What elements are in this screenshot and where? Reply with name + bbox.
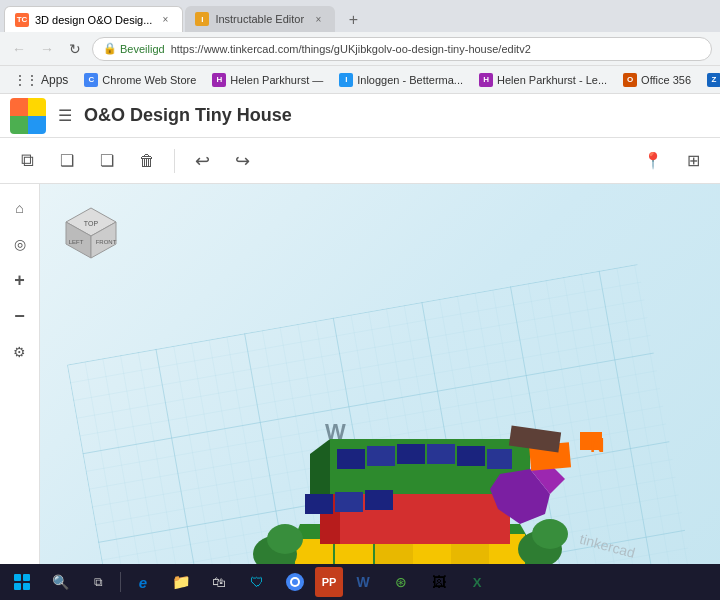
xbox-button[interactable]: ⊛ [383,567,419,597]
panel-2 [367,446,395,466]
panel-5 [457,446,485,466]
bookmark-office[interactable]: O Office 356 [617,71,697,89]
task-view-button[interactable]: ⧉ [80,567,116,597]
panel-m1 [305,494,333,514]
panel-4 [427,444,455,464]
bush-bl2 [267,524,303,554]
browser-window: TC 3D design O&O Desig... × I Instructab… [0,0,720,600]
tab-instructable[interactable]: I Instructable Editor × [185,6,335,32]
bookmark-zermelo[interactable]: Z Zermelo Portal [701,71,720,89]
undo-button[interactable]: ↩ [185,144,219,178]
settings-tool[interactable]: ⚙ [6,338,34,366]
panel-1 [337,449,365,469]
inloggen-favicon: I [339,73,353,87]
windows-start-button[interactable] [4,567,40,597]
toolbar-separator-1 [174,149,175,173]
tab-label-1: 3D design O&O Desig... [35,14,152,26]
word-button[interactable]: W [345,567,381,597]
tinkercad-logo [10,98,46,134]
win-pane-3 [14,583,21,590]
bookmark-inloggen[interactable]: I Inloggen - Betterma... [333,71,469,89]
lock-icon: 🔒 [103,42,117,55]
copy-button[interactable]: ⧉ [10,144,44,178]
panel-3 [397,444,425,464]
home-tool[interactable]: ⌂ [6,194,34,222]
shield-button[interactable]: 🛡 [239,567,275,597]
new-tab-button[interactable]: + [341,8,365,32]
excel-button[interactable]: X [459,567,495,597]
tab-close-1[interactable]: × [158,13,172,27]
files-button[interactable]: 📁 [163,567,199,597]
grid-button[interactable]: ⊞ [676,144,710,178]
address-bar[interactable]: 🔒 Beveiligd https://www.tinkercad.com/th… [92,37,712,61]
panel-m2 [335,492,363,512]
w-letter: W [325,419,346,444]
app-header: ☰ O&O Design Tiny House [0,94,720,138]
left-sidebar: ⌂ ◎ + − ⚙ [0,184,40,600]
helen2-favicon: H [479,73,493,87]
url-text: https://www.tinkercad.com/things/gUKjibk… [171,43,531,55]
helen1-favicon: H [212,73,226,87]
win-pane-2 [23,574,30,581]
cube-navigator[interactable]: TOP LEFT FRONT [56,200,116,260]
bookmarks-bar: ⋮⋮ Apps C Chrome Web Store H Helen Parkh… [0,66,720,94]
refresh-button[interactable]: ↻ [64,38,86,60]
cube-front-label: FRONT [96,239,117,245]
scene-container: W S E N tinkercad [40,184,720,600]
chrome-button[interactable] [277,567,313,597]
secure-badge: 🔒 Beveiligd [103,42,165,55]
hamburger-menu-icon[interactable]: ☰ [58,106,72,125]
target-tool[interactable]: ◎ [6,230,34,258]
grid-area: W S E N tinkercad [40,184,720,600]
paste-button[interactable]: ❏ [90,144,124,178]
nav-bar: ← → ↻ 🔒 Beveiligd https://www.tinkercad.… [0,32,720,66]
cube-left-label: LEFT [69,239,84,245]
location-button[interactable]: 📍 [636,144,670,178]
tab-favicon-2: I [195,12,209,26]
logo-quadrant-2 [28,98,46,116]
logo-quadrant-1 [10,98,28,116]
tab-favicon-1: TC [15,13,29,27]
svg-point-4 [292,579,298,585]
cube-top-label: TOP [84,220,99,227]
bookmark-helen2[interactable]: H Helen Parkhurst - Le... [473,71,613,89]
panel-m3 [365,490,393,510]
edge-button[interactable]: e [125,567,161,597]
powerpoint-button[interactable]: PP [315,567,343,597]
panel-6 [487,449,512,469]
tab-strip: TC 3D design O&O Desig... × I Instructab… [0,0,720,32]
delete-button[interactable]: 🗑 [130,144,164,178]
project-title: O&O Design Tiny House [84,105,292,126]
zoom-in-tool[interactable]: + [6,266,34,294]
logo-quadrant-3 [10,116,28,134]
green-roof-side [310,439,330,499]
forward-button[interactable]: → [36,38,58,60]
taskbar: 🔍 ⧉ e 📁 🛍 🛡 PP W ⊛ 🖼 X [0,564,720,600]
taskbar-sep-1 [120,572,121,592]
chrome-icon [286,573,304,591]
tinkercad-watermark: tinkercad [578,531,637,561]
windows-logo [14,574,30,590]
bookmarks-apps[interactable]: ⋮⋮ Apps [8,71,74,89]
zoom-out-tool[interactable]: − [6,302,34,330]
win-pane-4 [23,583,30,590]
tab-close-2[interactable]: × [311,12,325,26]
tab-label-2: Instructable Editor [215,13,304,25]
store-button[interactable]: 🛍 [201,567,237,597]
zermelo-favicon: Z [707,73,720,87]
search-button[interactable]: 🔍 [42,567,78,597]
cube-nav-svg: TOP LEFT FRONT [56,200,126,270]
apps-icon: ⋮⋮ [14,73,38,87]
bookmark-helen1[interactable]: H Helen Parkhurst — [206,71,329,89]
back-button[interactable]: ← [8,38,30,60]
tab-3d-design[interactable]: TC 3D design O&O Desig... × [4,6,183,32]
redo-button[interactable]: ↪ [225,144,259,178]
logo-quadrant-4 [28,116,46,134]
photos-button[interactable]: 🖼 [421,567,457,597]
office-favicon: O [623,73,637,87]
viewport[interactable]: W S E N tinkercad [40,184,720,600]
bookmark-chrome-store[interactable]: C Chrome Web Store [78,71,202,89]
scene-svg: W S E N tinkercad [40,184,720,600]
duplicate-button[interactable]: ❑ [50,144,84,178]
main-area: ⌂ ◎ + − ⚙ [0,184,720,600]
